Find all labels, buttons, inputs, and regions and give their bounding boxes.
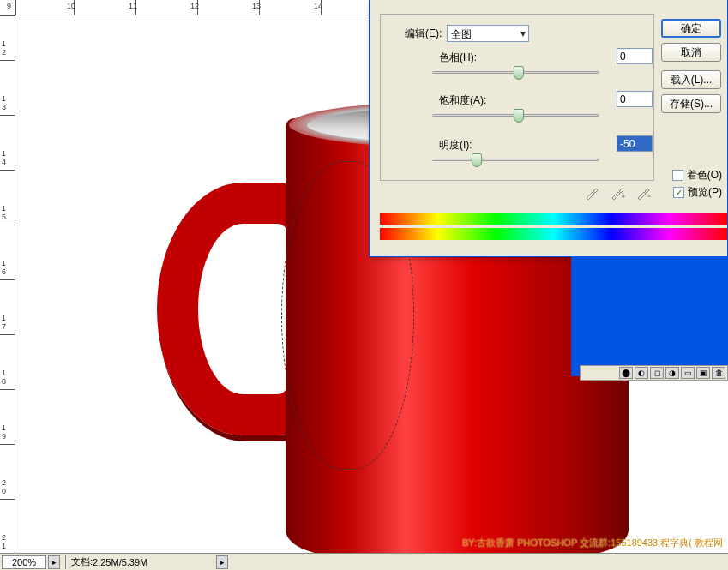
lightness-slider-thumb[interactable] [472,153,482,167]
ruler-label: 1 [2,149,6,158]
ruler-label: 6 [2,267,6,276]
new-layer-icon[interactable]: ▣ [696,367,710,379]
save-button[interactable]: 存储(S)... [661,94,721,113]
ruler-label: 1 [2,39,6,48]
saturation-input[interactable] [617,91,653,107]
doc-label: 文档: [71,555,93,568]
fx-icon[interactable]: ◐ [635,367,648,379]
ruler-label: 2 [2,533,6,542]
colorize-checkbox[interactable] [672,170,683,181]
doc-value: 2.25M/5.39M [93,557,147,567]
vertical-ruler: 1 2 1 3 1 4 1 5 1 6 1 7 1 8 1 9 2 0 2 1 [0,15,15,553]
lightness-slider-track[interactable] [432,159,599,161]
cancel-button[interactable]: 取消 [661,43,721,62]
ruler-label: 9 [2,432,6,441]
status-bar: 200% ▸ 文档: 2.25M/5.39M ▸ [0,553,728,570]
zoom-level[interactable]: 200% [2,555,46,569]
ruler-label: 5 [2,213,6,221]
ruler-label: 1 [2,369,6,377]
ruler-label: 1 [2,259,6,267]
ruler-label: 2 [2,48,6,57]
hue-slider-thumb[interactable] [514,66,524,80]
lightness-label: 明度(I): [439,138,472,153]
ruler-label: 1 [2,542,6,550]
layers-panel-footer: ⬤ ◐ ◻ ◑ ▭ ▣ 🗑 [580,365,728,381]
saturation-slider-thumb[interactable] [514,109,524,123]
load-button[interactable]: 载入(L)... [661,70,721,89]
panel-outline [571,256,728,376]
eyedropper-icon[interactable] [584,185,599,201]
ruler-label: 4 [2,158,6,166]
ruler-label: 1 [2,314,6,322]
edit-select[interactable]: 全图 [447,25,529,42]
ruler-label: 8 [2,377,6,386]
edit-label: 编辑(E): [405,27,442,41]
ruler-label: 3 [2,103,6,111]
link-icon[interactable]: ⬤ [619,367,633,379]
watermark-text: BY:古欲香萧 PHOTOSHOP 交流群:155189433 程字典( 教程网 [462,537,723,549]
edit-select-value: 全图 [448,26,475,44]
color-spectrum-before [380,213,727,225]
color-spectrum-after [380,228,727,240]
hue-input[interactable] [617,48,653,64]
eyedropper-minus-icon[interactable] [635,185,651,201]
mask-icon[interactable]: ◻ [650,367,664,379]
ruler-label: 2 [2,478,6,487]
doc-info-arrow-icon[interactable]: ▸ [216,555,228,569]
lightness-input[interactable] [617,135,653,152]
preview-label: 预览(P) [688,185,722,200]
zoom-arrow-icon[interactable]: ▸ [48,555,60,569]
colorize-label: 着色(O) [687,168,722,183]
ruler-label: 7 [2,322,6,331]
ruler-label: 1 [2,423,6,432]
ok-button[interactable]: 确定 [661,19,721,38]
eyedropper-plus-icon[interactable] [610,185,625,201]
ruler-label: 9 [7,2,11,10]
group-icon[interactable]: ▭ [681,367,695,379]
preview-checkbox[interactable]: ✓ [673,187,684,198]
trash-icon[interactable]: 🗑 [712,367,725,379]
ruler-label: 1 [2,204,6,213]
ruler-label: 0 [2,487,6,495]
saturation-label: 饱和度(A): [439,93,486,108]
hue-saturation-dialog: × 编辑(E): 全图 色相(H): 饱和度(A): 明度(I): [369,0,728,257]
adjustment-icon[interactable]: ◑ [665,367,679,379]
adjustment-group: 编辑(E): 全图 色相(H): 饱和度(A): 明度(I): [380,14,654,181]
hue-label: 色相(H): [439,51,477,65]
ruler-label: 1 [2,94,6,103]
